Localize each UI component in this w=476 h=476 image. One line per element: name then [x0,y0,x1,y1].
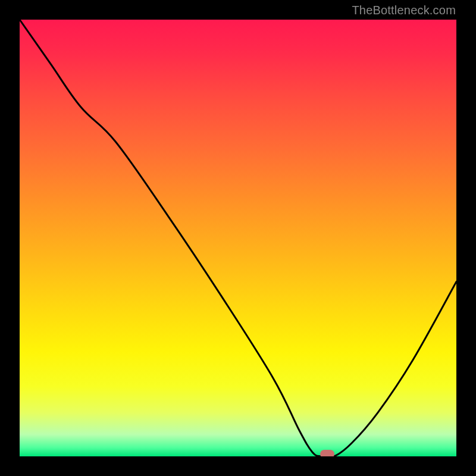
chart-frame: TheBottleneck.com [0,0,476,476]
watermark-text: TheBottleneck.com [352,4,456,17]
bottleneck-curve [20,20,456,456]
plot-area [20,20,456,456]
optimum-marker [320,450,334,456]
